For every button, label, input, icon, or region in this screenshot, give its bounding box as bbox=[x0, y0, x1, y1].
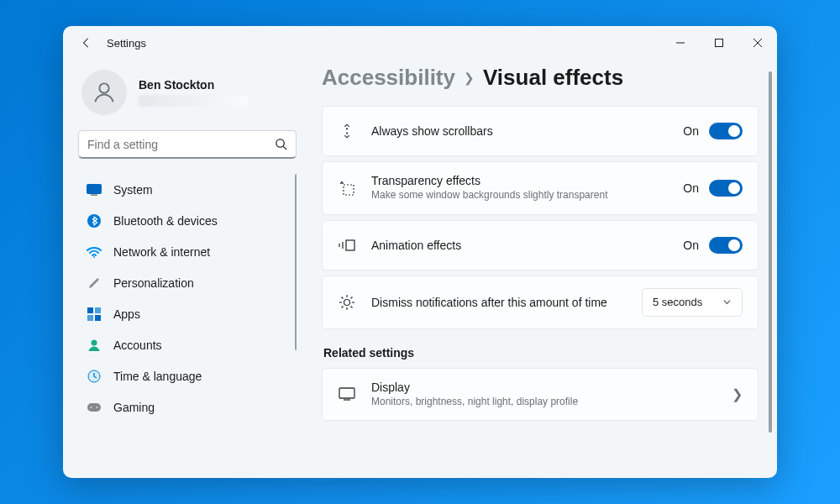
scrollbars-icon bbox=[338, 122, 356, 140]
svg-line-29 bbox=[342, 297, 344, 298]
profile-block[interactable]: Ben Stockton bbox=[78, 65, 297, 130]
nav-label: Time & language bbox=[113, 370, 202, 383]
toggle-switch[interactable] bbox=[709, 123, 743, 139]
sidebar-item-bluetooth[interactable]: Bluetooth & devices bbox=[78, 205, 297, 236]
window-controls bbox=[661, 26, 777, 60]
related-subtitle: Monitors, brightness, night light, displ… bbox=[371, 396, 717, 409]
svg-rect-20 bbox=[344, 185, 354, 195]
search-input[interactable] bbox=[87, 138, 275, 151]
chevron-right-icon: ❯ bbox=[732, 386, 743, 402]
related-title: Display bbox=[371, 381, 717, 394]
main-panel: Accessibility ❯ Visual effects Always sh… bbox=[307, 60, 777, 478]
sidebar-item-gaming[interactable]: Gaming bbox=[78, 391, 297, 423]
svg-line-31 bbox=[342, 306, 344, 307]
nav-label: Accounts bbox=[113, 339, 162, 352]
search-icon bbox=[275, 138, 287, 150]
svg-rect-1 bbox=[716, 39, 723, 47]
toggle-switch[interactable] bbox=[709, 237, 743, 254]
sidebar-item-accounts[interactable]: Accounts bbox=[78, 329, 297, 360]
nav-label: Bluetooth & devices bbox=[113, 214, 218, 228]
setting-always-show-scrollbars[interactable]: Always show scrollbars On bbox=[322, 106, 759, 156]
breadcrumb: Accessibility ❯ Visual effects bbox=[322, 65, 759, 91]
svg-point-24 bbox=[344, 299, 350, 305]
system-icon bbox=[87, 182, 102, 197]
nav-list: System Bluetooth & devices Network & int… bbox=[78, 174, 297, 478]
nav-label: Network & internet bbox=[113, 245, 210, 259]
svg-point-18 bbox=[346, 128, 348, 129]
svg-line-4 bbox=[283, 146, 286, 150]
animation-icon bbox=[338, 236, 356, 255]
related-settings-heading: Related settings bbox=[323, 346, 759, 360]
clock-icon bbox=[87, 369, 102, 384]
chevron-right-icon: ❯ bbox=[464, 71, 475, 86]
close-button[interactable] bbox=[738, 26, 777, 60]
window-title: Settings bbox=[107, 37, 146, 50]
related-display[interactable]: Display Monitors, brightness, night ligh… bbox=[322, 368, 759, 422]
setting-title: Animation effects bbox=[371, 239, 668, 252]
svg-rect-11 bbox=[87, 315, 93, 321]
profile-email-redacted bbox=[139, 95, 248, 107]
setting-title: Transparency effects bbox=[371, 174, 668, 187]
paintbrush-icon bbox=[87, 276, 102, 291]
setting-animation-effects[interactable]: Animation effects On bbox=[322, 220, 759, 270]
brightness-icon bbox=[338, 293, 356, 312]
svg-rect-10 bbox=[95, 307, 101, 313]
maximize-button[interactable] bbox=[700, 26, 738, 60]
setting-title: Always show scrollbars bbox=[371, 124, 668, 138]
nav-label: Gaming bbox=[113, 401, 155, 414]
setting-transparency-effects[interactable]: Transparency effects Make some window ba… bbox=[322, 161, 759, 215]
sidebar-item-time[interactable]: Time & language bbox=[78, 360, 297, 391]
main-scrollbar[interactable] bbox=[769, 71, 772, 433]
sidebar-item-apps[interactable]: Apps bbox=[78, 298, 297, 329]
svg-rect-33 bbox=[339, 388, 354, 398]
svg-point-13 bbox=[92, 339, 97, 345]
toggle-state: On bbox=[683, 239, 699, 252]
nav-label: System bbox=[113, 183, 153, 197]
setting-dismiss-notifications[interactable]: Dismiss notifications after this amount … bbox=[322, 276, 759, 329]
accounts-icon bbox=[87, 338, 102, 353]
svg-point-16 bbox=[91, 407, 92, 408]
svg-rect-21 bbox=[346, 240, 354, 250]
sidebar-item-network[interactable]: Network & internet bbox=[78, 236, 297, 267]
svg-point-19 bbox=[346, 133, 348, 134]
bluetooth-icon bbox=[87, 213, 102, 228]
svg-rect-6 bbox=[91, 194, 97, 195]
sidebar: Ben Stockton System Bluetooth & devices bbox=[63, 60, 307, 478]
toggle-state: On bbox=[683, 124, 699, 138]
search-box[interactable] bbox=[78, 130, 297, 159]
gaming-icon bbox=[87, 400, 102, 415]
svg-point-8 bbox=[93, 256, 95, 258]
dropdown-value: 5 seconds bbox=[653, 296, 702, 308]
sidebar-item-system[interactable]: System bbox=[78, 174, 297, 205]
settings-window: Settings Ben Stockton bbox=[63, 26, 777, 478]
nav-label: Apps bbox=[113, 307, 140, 321]
avatar bbox=[81, 70, 127, 115]
svg-line-30 bbox=[351, 306, 353, 307]
transparency-icon bbox=[338, 179, 356, 197]
toggle-switch[interactable] bbox=[709, 180, 743, 197]
apps-icon bbox=[87, 307, 102, 322]
breadcrumb-parent[interactable]: Accessibility bbox=[322, 65, 455, 91]
svg-rect-15 bbox=[87, 403, 101, 412]
chevron-down-icon bbox=[722, 297, 732, 307]
content-area: Ben Stockton System Bluetooth & devices bbox=[63, 60, 777, 478]
svg-rect-5 bbox=[87, 184, 102, 193]
display-icon bbox=[338, 385, 356, 403]
setting-title: Dismiss notifications after this amount … bbox=[371, 296, 627, 309]
dismiss-time-dropdown[interactable]: 5 seconds bbox=[642, 288, 743, 317]
titlebar: Settings bbox=[63, 26, 777, 60]
svg-point-2 bbox=[99, 83, 108, 92]
svg-rect-12 bbox=[95, 315, 101, 321]
svg-rect-9 bbox=[87, 307, 93, 313]
toggle-state: On bbox=[683, 181, 699, 195]
settings-cards: Always show scrollbars On Transparency e… bbox=[322, 106, 759, 329]
svg-line-32 bbox=[351, 297, 353, 298]
sidebar-item-personalization[interactable]: Personalization bbox=[78, 267, 297, 298]
profile-name: Ben Stockton bbox=[139, 78, 248, 92]
nav-label: Personalization bbox=[113, 276, 194, 290]
sidebar-scrollbar[interactable] bbox=[295, 174, 297, 350]
minimize-button[interactable] bbox=[661, 26, 700, 60]
breadcrumb-current: Visual effects bbox=[483, 65, 623, 91]
back-button[interactable] bbox=[75, 31, 98, 55]
svg-point-17 bbox=[97, 407, 98, 408]
